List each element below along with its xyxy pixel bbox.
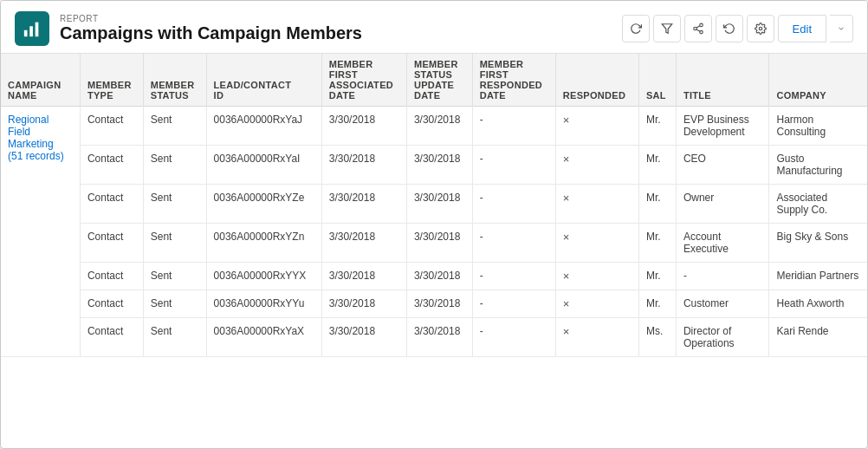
first-responded-date-cell: - <box>472 146 555 185</box>
status-update-date-cell: 3/30/2018 <box>406 263 472 290</box>
svg-marker-3 <box>662 24 672 34</box>
campaign-name-cell[interactable]: Regional Field Marketing(51 records) <box>1 107 80 357</box>
sal-cell: Mr. <box>638 290 676 318</box>
member-status-cell: Sent <box>143 146 206 185</box>
first-responded-date-cell: - <box>472 318 555 357</box>
member-type-cell: Contact <box>80 290 143 318</box>
refresh-button[interactable] <box>622 15 650 42</box>
responded-cell: × <box>555 107 638 146</box>
col-header-member-type: MEMBERTYPE <box>80 54 143 107</box>
header-left: REPORT Campaigns with Campaign Members <box>15 11 362 46</box>
company-cell: Harmon Consulting <box>769 107 867 146</box>
member-type-cell: Contact <box>80 224 143 263</box>
member-status-cell: Sent <box>143 107 206 146</box>
responded-cell: × <box>555 146 638 185</box>
header-text: REPORT Campaigns with Campaign Members <box>60 14 362 43</box>
campaign-name-link[interactable]: Regional Field Marketing(51 records) <box>8 114 64 162</box>
title-cell: Director of Operations <box>676 318 769 357</box>
svg-point-4 <box>699 23 703 27</box>
header-actions: Edit <box>622 15 853 42</box>
col-header-member-status: MEMBERSTATUS <box>143 54 206 107</box>
report-icon <box>15 11 49 46</box>
svg-point-5 <box>693 27 696 30</box>
report-table: CAMPAIGNNAME MEMBERTYPE MEMBERSTATUS LEA… <box>1 54 867 357</box>
first-associated-date-cell: 3/30/2018 <box>321 146 406 185</box>
member-type-cell: Contact <box>80 146 143 185</box>
table-header-row: CAMPAIGNNAME MEMBERTYPE MEMBERSTATUS LEA… <box>1 54 867 107</box>
status-update-date-cell: 3/30/2018 <box>406 185 472 224</box>
member-status-cell: Sent <box>143 185 206 224</box>
col-header-status-update: MEMBERSTATUSUPDATEDATE <box>406 54 472 107</box>
title-cell: EVP Business Development <box>676 107 769 146</box>
share-icon <box>692 23 704 35</box>
title-cell: Owner <box>676 185 769 224</box>
status-update-date-cell: 3/30/2018 <box>406 107 472 146</box>
svg-point-6 <box>699 30 703 34</box>
edit-button[interactable]: Edit <box>778 15 826 42</box>
responded-cell: × <box>555 290 638 318</box>
lead-contact-cell: 0036A00000RxYaX <box>206 318 321 357</box>
first-associated-date-cell: 3/30/2018 <box>321 290 406 318</box>
title-cell: Account Executive <box>676 224 769 263</box>
report-label: REPORT <box>60 14 362 23</box>
svg-line-7 <box>696 29 700 31</box>
responded-cell: × <box>555 318 638 357</box>
table-row: Contact Sent 0036A00000RxYZe 3/30/2018 3… <box>1 185 867 224</box>
table-row: Contact Sent 0036A00000RxYaI 3/30/2018 3… <box>1 146 867 185</box>
table-row: Regional Field Marketing(51 records) Con… <box>1 107 867 146</box>
table-body: Regional Field Marketing(51 records) Con… <box>1 107 867 357</box>
table-row: Contact Sent 0036A00000RxYZn 3/30/2018 3… <box>1 224 867 263</box>
first-responded-date-cell: - <box>472 263 555 290</box>
lead-contact-cell: 0036A00000RxYaJ <box>206 107 321 146</box>
member-status-cell: Sent <box>143 224 206 263</box>
member-status-cell: Sent <box>143 290 206 318</box>
status-update-date-cell: 3/30/2018 <box>406 290 472 318</box>
member-type-cell: Contact <box>80 318 143 357</box>
filter-icon <box>661 23 673 35</box>
col-header-lead-contact: LEAD/CONTACTID <box>206 54 321 107</box>
table-row: Contact Sent 0036A00000RxYYu 3/30/2018 3… <box>1 290 867 318</box>
company-cell: Heath Axworth <box>769 290 867 318</box>
member-type-cell: Contact <box>80 107 143 146</box>
share-button[interactable] <box>684 15 712 42</box>
gear-icon <box>755 23 767 35</box>
sal-cell: Mr. <box>638 263 676 290</box>
edit-chevron-button[interactable] <box>830 15 853 42</box>
svg-point-9 <box>759 27 762 30</box>
lead-contact-cell: 0036A00000RxYYX <box>206 263 321 290</box>
status-update-date-cell: 3/30/2018 <box>406 318 472 357</box>
status-update-date-cell: 3/30/2018 <box>406 224 472 263</box>
sal-cell: Mr. <box>638 185 676 224</box>
col-header-company: COMPANY <box>769 54 867 107</box>
svg-rect-1 <box>29 26 33 36</box>
title-cell: CEO <box>676 146 769 185</box>
svg-line-8 <box>696 26 700 28</box>
svg-rect-0 <box>24 30 28 36</box>
filter-button[interactable] <box>653 15 681 42</box>
page-title: Campaigns with Campaign Members <box>60 23 362 43</box>
main-window: REPORT Campaigns with Campaign Members <box>0 0 868 449</box>
table-row: Contact Sent 0036A00000RxYYX 3/30/2018 3… <box>1 263 867 290</box>
member-type-cell: Contact <box>80 263 143 290</box>
lead-contact-cell: 0036A00000RxYaI <box>206 146 321 185</box>
title-cell: - <box>676 263 769 290</box>
first-associated-date-cell: 3/30/2018 <box>321 185 406 224</box>
first-responded-date-cell: - <box>472 224 555 263</box>
col-header-first-responded: MEMBERFIRSTRESPONDEDDATE <box>472 54 555 107</box>
settings-button[interactable] <box>747 15 774 42</box>
member-type-cell: Contact <box>80 185 143 224</box>
first-associated-date-cell: 3/30/2018 <box>321 107 406 146</box>
responded-cell: × <box>555 185 638 224</box>
first-responded-date-cell: - <box>472 290 555 318</box>
chevron-down-icon <box>837 24 845 33</box>
sal-cell: Ms. <box>638 318 676 357</box>
member-status-cell: Sent <box>143 263 206 290</box>
svg-rect-2 <box>36 23 39 36</box>
first-associated-date-cell: 3/30/2018 <box>321 224 406 263</box>
company-cell: Kari Rende <box>769 318 867 357</box>
status-update-date-cell: 3/30/2018 <box>406 146 472 185</box>
responded-cell: × <box>555 263 638 290</box>
header: REPORT Campaigns with Campaign Members <box>1 1 867 54</box>
first-responded-date-cell: - <box>472 185 555 224</box>
reload-button[interactable] <box>716 15 743 42</box>
